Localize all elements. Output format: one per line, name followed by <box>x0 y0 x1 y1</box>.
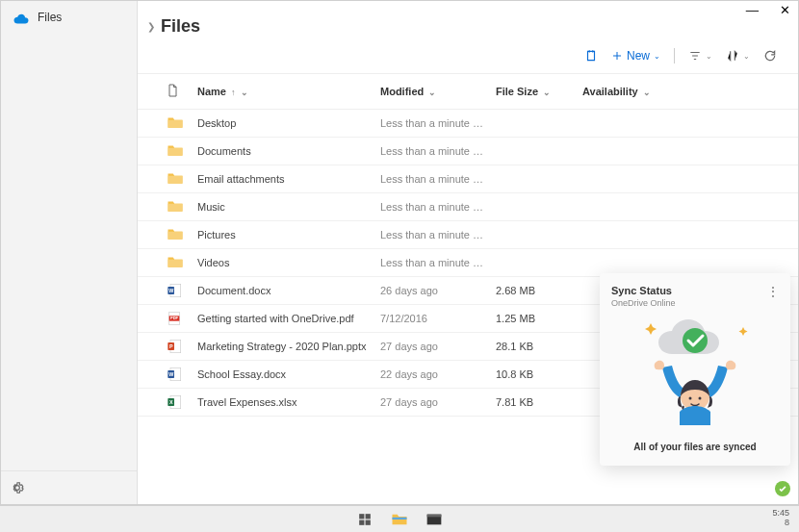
chevron-down-icon: ⌄ <box>241 88 248 97</box>
col-modified-header[interactable]: Modified ⌄ <box>374 74 490 110</box>
file-size <box>490 193 577 221</box>
sort-icon <box>726 49 739 63</box>
file-size <box>490 110 577 138</box>
folder-icon <box>167 255 184 270</box>
svg-rect-26 <box>427 514 442 517</box>
word-icon: W <box>167 283 184 298</box>
sidebar-app-label: Files <box>38 11 62 24</box>
popup-illustration <box>611 308 779 436</box>
gear-icon <box>11 481 24 494</box>
ppt-icon: P <box>167 339 184 354</box>
check-icon <box>778 484 787 494</box>
file-row[interactable]: PicturesLess than a minute ago <box>138 221 798 249</box>
file-availability <box>577 221 798 249</box>
folder-icon <box>167 143 184 159</box>
taskbar-start-button[interactable] <box>356 511 374 528</box>
file-name: Videos <box>192 249 374 277</box>
add-to-button[interactable] <box>584 49 598 63</box>
new-button[interactable]: New ⌄ <box>611 49 660 63</box>
sort-asc-icon: ↑ <box>231 88 236 97</box>
file-size: 10.8 KB <box>490 361 577 389</box>
file-modified: Less than a minute ago <box>374 165 490 193</box>
chevron-down-icon: ⌄ <box>643 88 651 97</box>
taskbar-clock[interactable]: 5:45 8 <box>772 508 789 527</box>
word-icon: W <box>167 367 184 382</box>
file-row[interactable]: Email attachmentsLess than a minute ago <box>138 165 798 193</box>
file-availability <box>577 110 798 138</box>
file-row[interactable]: MusicLess than a minute ago <box>138 193 798 221</box>
svg-text:PDF: PDF <box>170 316 179 320</box>
file-name: Document.docx <box>192 277 374 305</box>
popup-message: All of your files are synced <box>611 436 779 454</box>
file-name: Email attachments <box>192 165 374 193</box>
minimize-button[interactable]: — <box>746 3 759 17</box>
sync-status-popup: Sync Status OneDrive Online ⋮ <box>600 273 790 466</box>
refresh-button[interactable] <box>763 49 777 63</box>
refresh-icon <box>763 49 777 63</box>
svg-rect-20 <box>359 514 364 519</box>
col-availability-header[interactable]: Availability ⌄ <box>577 74 798 110</box>
chevron-down-icon: ⌄ <box>654 52 660 61</box>
col-type-header[interactable] <box>138 74 192 110</box>
taskbar-explorer-button[interactable] <box>391 511 408 528</box>
close-button[interactable]: ✕ <box>780 3 790 17</box>
file-size: 7.81 KB <box>490 389 577 417</box>
filter-icon <box>688 49 702 63</box>
file-modified: Less than a minute ago <box>374 249 490 277</box>
folder-icon <box>391 513 408 526</box>
file-name: Getting started with OneDrive.pdf <box>192 305 374 333</box>
svg-rect-21 <box>366 514 371 519</box>
file-size <box>490 249 577 277</box>
onedrive-cloud-icon <box>13 12 30 23</box>
folder-icon <box>167 171 184 187</box>
chevron-right-icon: ❯ <box>147 21 155 32</box>
file-row[interactable]: DesktopLess than a minute ago <box>138 110 798 138</box>
file-size <box>490 165 577 193</box>
popup-title: Sync Status <box>611 285 676 296</box>
filter-button[interactable]: ⌄ <box>688 49 712 63</box>
plus-icon <box>611 50 623 62</box>
file-modified: Less than a minute ago <box>374 110 490 138</box>
folder-icon <box>167 227 184 242</box>
settings-button[interactable] <box>11 481 24 494</box>
file-size: 2.68 MB <box>490 277 577 305</box>
toolbar-divider <box>674 48 675 63</box>
windows-logo-icon <box>358 513 372 526</box>
folder-icon <box>167 199 184 215</box>
popup-more-button[interactable]: ⋮ <box>767 285 779 298</box>
sidebar-app-item[interactable]: Files <box>1 11 137 24</box>
file-row[interactable]: DocumentsLess than a minute ago <box>138 138 798 165</box>
col-name-header[interactable]: Name ↑ ⌄ <box>192 74 374 110</box>
file-modified: 22 days ago <box>374 361 490 389</box>
chevron-down-icon: ⌄ <box>428 88 436 97</box>
sidebar: Files <box>1 1 138 504</box>
pdf-icon: PDF <box>167 311 184 326</box>
file-name: School Essay.docx <box>192 361 374 389</box>
file-modified: 26 days ago <box>374 277 490 305</box>
column-header-row: Name ↑ ⌄ Modified ⌄ File Size ⌄ <box>138 74 798 110</box>
page-title: Files <box>161 16 200 37</box>
file-size <box>490 138 577 165</box>
file-name: Marketing Strategy - 2020 Plan.pptx <box>192 333 374 361</box>
taskbar-date: 8 <box>772 518 789 527</box>
xls-icon: X <box>167 394 184 410</box>
file-modified: Less than a minute ago <box>374 193 490 221</box>
svg-point-18 <box>699 396 702 399</box>
taskbar-app-button[interactable] <box>425 511 443 528</box>
file-availability <box>577 138 798 165</box>
sync-complete-badge[interactable] <box>775 481 790 496</box>
col-size-header[interactable]: File Size ⌄ <box>490 74 577 110</box>
toolbar: New ⌄ ⌄ ⌄ <box>138 44 798 73</box>
file-size <box>490 221 577 249</box>
document-icon <box>167 84 178 97</box>
sort-button[interactable]: ⌄ <box>726 49 750 63</box>
file-availability <box>577 165 798 193</box>
svg-point-17 <box>689 396 692 399</box>
file-size: 1.25 MB <box>490 305 577 333</box>
taskbar: 5:45 8 <box>0 505 799 532</box>
file-availability <box>577 193 798 221</box>
app-window: Files — ✕ ❯ Files New ⌄ <box>0 0 799 505</box>
folder-icon <box>167 115 184 131</box>
sidebar-footer <box>1 470 137 504</box>
file-modified: Less than a minute ago <box>374 138 490 165</box>
